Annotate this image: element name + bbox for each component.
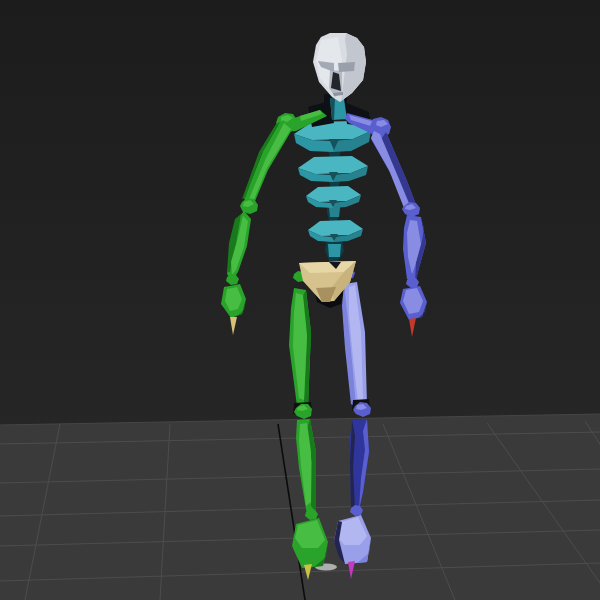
viewport-3d[interactable] <box>0 0 600 600</box>
spine-link-3-knob <box>329 207 340 217</box>
right-eye-socket <box>338 62 355 72</box>
spine-link-4-knob <box>328 244 341 257</box>
